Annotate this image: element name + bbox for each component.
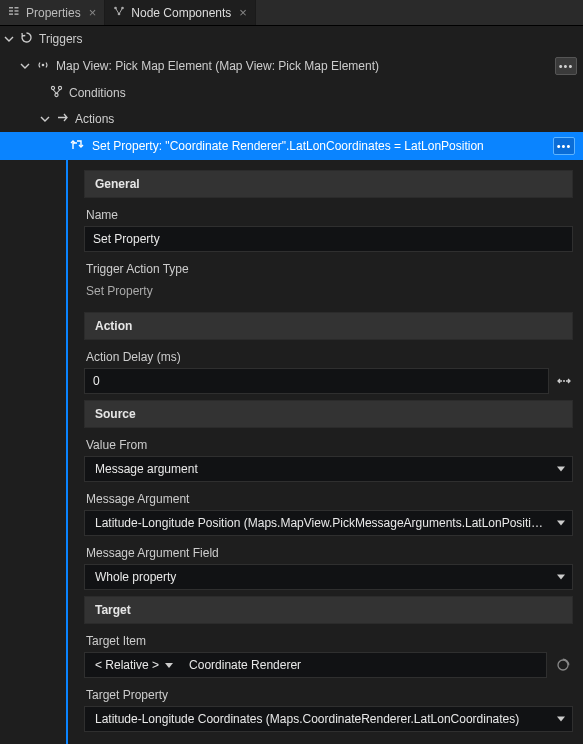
tree-label: Conditions: [69, 86, 126, 100]
svg-point-13: [563, 380, 565, 382]
label-value-from: Value From: [84, 434, 573, 456]
name-input[interactable]: [84, 226, 573, 252]
expand-horizontal-icon[interactable]: [555, 372, 573, 390]
section-source: Source: [84, 400, 573, 428]
more-button[interactable]: •••: [553, 137, 575, 155]
expand-arrow-icon[interactable]: [4, 34, 14, 44]
svg-rect-2: [9, 13, 13, 15]
tree-row-actions[interactable]: Actions: [0, 106, 583, 132]
svg-rect-1: [9, 10, 13, 12]
close-icon[interactable]: ×: [239, 5, 247, 20]
selected-action-label: Set Property: "Coordinate Renderer".LatL…: [92, 139, 545, 153]
tab-properties[interactable]: Properties ×: [0, 0, 105, 25]
chevron-down-icon: [165, 663, 173, 668]
signal-icon: [36, 59, 50, 74]
section-general: General: [84, 170, 573, 198]
expand-arrow-icon[interactable]: [20, 61, 30, 71]
tab-node-components[interactable]: Node Components ×: [105, 0, 256, 25]
section-target: Target: [84, 596, 573, 624]
svg-rect-5: [15, 13, 19, 15]
tree-row-triggers[interactable]: Triggers: [0, 26, 583, 52]
label-target-property: Target Property: [84, 684, 573, 706]
action-delay-input[interactable]: [84, 368, 549, 394]
action-icon: [56, 111, 69, 127]
tree-row-trigger[interactable]: Map View: Pick Map Element (Map View: Pi…: [0, 52, 583, 80]
svg-point-12: [55, 93, 58, 96]
section-action: Action: [84, 312, 573, 340]
target-item-name: Coordinate Renderer: [179, 653, 546, 677]
set-property-icon: [70, 138, 84, 155]
label-target-item: Target Item: [84, 630, 573, 652]
label-target-property-field: Target Property Field: [84, 738, 573, 744]
tab-label: Properties: [26, 6, 81, 20]
tree-gutter: [0, 160, 68, 744]
label-message-argument: Message Argument: [84, 488, 573, 510]
close-icon[interactable]: ×: [89, 5, 97, 20]
message-argument-select[interactable]: Latitude-Longitude Position (Maps.MapVie…: [84, 510, 573, 536]
target-property-select[interactable]: Latitude-Longitude Coordinates (Maps.Coo…: [84, 706, 573, 732]
tree-label: Actions: [75, 112, 114, 126]
tab-label: Node Components: [131, 6, 231, 20]
panel: Triggers Map View: Pick Map Element (Map…: [0, 26, 583, 744]
tree-label: Map View: Pick Map Element (Map View: Pi…: [56, 59, 549, 73]
svg-point-10: [51, 86, 54, 89]
tree-row-conditions[interactable]: Conditions: [0, 80, 583, 106]
tree-row-selected-action[interactable]: Set Property: "Coordinate Renderer".LatL…: [0, 132, 583, 160]
svg-point-14: [558, 660, 568, 670]
svg-rect-4: [15, 10, 19, 12]
properties-icon: [8, 5, 20, 20]
tree-label: Triggers: [39, 32, 83, 46]
svg-rect-0: [9, 7, 13, 9]
svg-point-9: [42, 63, 45, 66]
label-message-argument-field: Message Argument Field: [84, 542, 573, 564]
tab-bar: Properties × Node Components ×: [0, 0, 583, 26]
more-button[interactable]: •••: [555, 57, 577, 75]
locate-icon[interactable]: [553, 655, 573, 675]
value-from-select[interactable]: Message argument: [84, 456, 573, 482]
label-action-delay: Action Delay (ms): [84, 346, 573, 368]
svg-point-11: [58, 86, 61, 89]
refresh-icon: [20, 31, 33, 47]
target-item-relative-select[interactable]: < Relative >: [85, 653, 179, 677]
components-icon: [113, 5, 125, 20]
expand-arrow-icon[interactable]: [40, 114, 50, 124]
target-item-control[interactable]: < Relative > Coordinate Renderer: [84, 652, 547, 678]
form: General Name Trigger Action Type Set Pro…: [68, 160, 583, 744]
relative-value: < Relative >: [95, 658, 159, 672]
label-trigger-action-type: Trigger Action Type: [84, 258, 573, 280]
branch-icon: [50, 85, 63, 101]
label-name: Name: [84, 204, 573, 226]
details-pane: General Name Trigger Action Type Set Pro…: [0, 160, 583, 744]
message-argument-field-select[interactable]: Whole property: [84, 564, 573, 590]
svg-rect-3: [15, 7, 19, 9]
trigger-action-type-value: Set Property: [84, 280, 573, 306]
